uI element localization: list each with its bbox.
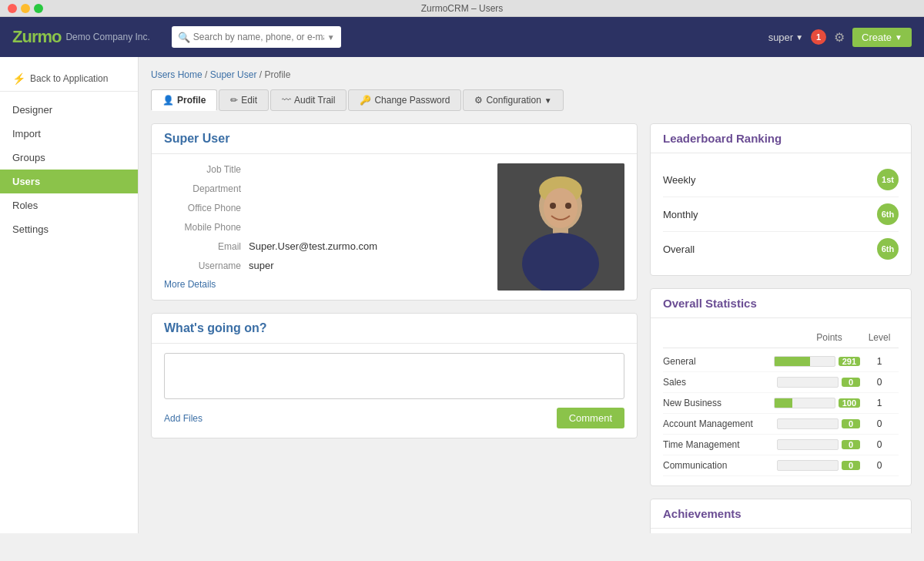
sidebar-item-users[interactable]: Users [0, 170, 138, 193]
field-username: Username super [164, 260, 485, 271]
breadcrumb-users-home[interactable]: Users Home [151, 69, 203, 80]
stats-label-3: Account Management [663, 418, 777, 429]
field-office-phone: Office Phone [164, 202, 485, 213]
whats-going-on-textarea[interactable] [164, 353, 624, 399]
stats-row-1: Sales 0 0 [663, 372, 899, 393]
stats-bar-5 [777, 460, 839, 471]
stats-level-0: 1 [860, 356, 899, 367]
sidebar-item-settings[interactable]: Settings [0, 217, 138, 241]
stats-row-5: Communication 0 0 [663, 455, 899, 476]
field-value-email: Super.User@test.zurmo.com [249, 240, 377, 252]
more-details-link[interactable]: More Details [164, 279, 485, 290]
leaderboard-monthly: Monthly 6th [663, 197, 899, 232]
achievements-title: Achievements [663, 507, 899, 520]
svg-point-6 [550, 203, 556, 209]
field-label-job-title: Job Title [164, 163, 249, 175]
achievements-body: 2 3 [651, 529, 911, 533]
leaderboard-overall: Overall 6th [663, 232, 899, 266]
sidebar-item-designer[interactable]: Designer [0, 98, 138, 122]
whats-going-on-title: What's going on? [164, 321, 624, 335]
leaderboard-title: Leaderboard Ranking [663, 132, 899, 145]
field-job-title: Job Title [164, 163, 485, 175]
add-files-link[interactable]: Add Files [164, 413, 203, 424]
overall-stats-body: Points Level General 291 1 Sales 0 0 New… [651, 318, 911, 485]
sidebar-item-roles[interactable]: Roles [0, 193, 138, 217]
field-label-mobile-phone: Mobile Phone [164, 221, 249, 233]
achievements-card: Achievements 2 [650, 499, 912, 533]
stats-level-header: Level [860, 332, 899, 343]
breadcrumb-super-user[interactable]: Super User [210, 69, 257, 80]
field-label-username: Username [164, 260, 249, 271]
minimize-button[interactable] [21, 4, 30, 13]
leaderboard-overall-label: Overall [663, 244, 695, 255]
profile-photo [497, 163, 624, 291]
tab-audit-trail[interactable]: 〰 Audit Trail [270, 89, 346, 111]
tab-change-password[interactable]: 🔑 Change Password [348, 89, 461, 111]
stats-label-4: Time Management [663, 439, 777, 450]
title-bar: ZurmoCRM – Users [0, 0, 924, 17]
profile-title: Super User [164, 132, 624, 146]
breadcrumb-profile: Profile [264, 69, 290, 80]
tab-configuration[interactable]: ⚙ Configuration ▼ [463, 89, 563, 111]
tab-edit[interactable]: ✏ Edit [219, 89, 269, 111]
company-name: Demo Company Inc. [65, 32, 149, 42]
whats-going-on-footer: Add Files Comment [164, 408, 624, 428]
weekly-rank-badge: 1st [877, 169, 899, 190]
config-tab-icon: ⚙ [474, 95, 483, 106]
breadcrumb: Users Home / Super User / Profile [151, 69, 912, 80]
overall-stats-card: Overall Statistics Points Level General … [650, 288, 912, 486]
notification-badge[interactable]: 1 [811, 29, 826, 45]
stats-label-2: New Business [663, 398, 774, 408]
leaderboard-weekly: Weekly 1st [663, 163, 899, 197]
profile-fields: Job Title Department Office Phone [164, 163, 485, 291]
stats-bar-0 [774, 356, 835, 367]
whats-going-on-body: Add Files Comment [152, 344, 637, 438]
main-layout: ⚡ Back to Application Designer Import Gr… [0, 57, 924, 533]
field-label-department: Department [164, 183, 249, 194]
stats-points-0: 291 [839, 357, 860, 366]
sidebar-item-import[interactable]: Import [0, 122, 138, 146]
profile-grid: Job Title Department Office Phone [164, 163, 624, 291]
edit-tab-icon: ✏ [230, 95, 238, 106]
stats-level-4: 0 [860, 439, 899, 450]
person-photo-svg [497, 163, 624, 291]
top-nav: Zurmo Demo Company Inc. 🔍 ▼ super ▼ 1 ⚙ … [0, 17, 924, 57]
profile-card-header: Super User [152, 124, 637, 154]
sidebar: ⚡ Back to Application Designer Import Gr… [0, 57, 139, 533]
stats-label-0: General [663, 356, 774, 367]
create-button[interactable]: Create ▼ [852, 28, 912, 47]
nav-user[interactable]: super ▼ [768, 32, 803, 43]
tab-profile[interactable]: 👤 Profile [151, 89, 217, 111]
stats-points-1: 0 [842, 378, 860, 387]
overall-stats-header: Overall Statistics [651, 289, 911, 318]
stats-rows: General 291 1 Sales 0 0 New Business 100… [663, 351, 899, 476]
field-email: Email Super.User@test.zurmo.com [164, 240, 485, 252]
window-controls[interactable] [8, 4, 43, 13]
search-dropdown-icon[interactable]: ▼ [327, 33, 335, 42]
close-button[interactable] [8, 4, 17, 13]
stats-bar-2 [774, 398, 835, 408]
stats-header: Points Level [663, 328, 899, 348]
maximize-button[interactable] [34, 4, 43, 13]
stats-label-1: Sales [663, 377, 777, 388]
password-tab-icon: 🔑 [360, 95, 371, 106]
settings-icon[interactable]: ⚙ [834, 30, 845, 45]
field-mobile-phone: Mobile Phone [164, 221, 485, 233]
content-area: Users Home / Super User / Profile 👤 Prof… [139, 57, 924, 533]
overall-rank-badge: 6th [877, 238, 899, 260]
search-bar[interactable]: 🔍 ▼ [172, 26, 341, 48]
stats-bar-4 [777, 439, 839, 450]
stats-row-4: Time Management 0 0 [663, 435, 899, 455]
stats-points-5: 0 [842, 461, 860, 470]
back-to-application[interactable]: ⚡ Back to Application [0, 66, 138, 92]
profile-image [497, 163, 624, 291]
leaderboard-weekly-label: Weekly [663, 174, 695, 186]
comment-button[interactable]: Comment [557, 408, 624, 428]
stats-level-3: 0 [860, 418, 899, 429]
stats-row-2: New Business 100 1 [663, 393, 899, 414]
search-input[interactable] [193, 32, 324, 42]
sidebar-item-groups[interactable]: Groups [0, 146, 138, 170]
stats-level-2: 1 [860, 398, 899, 408]
field-label-email: Email [164, 240, 249, 252]
side-column: Leaderboard Ranking Weekly 1st Monthly 6… [650, 123, 912, 533]
